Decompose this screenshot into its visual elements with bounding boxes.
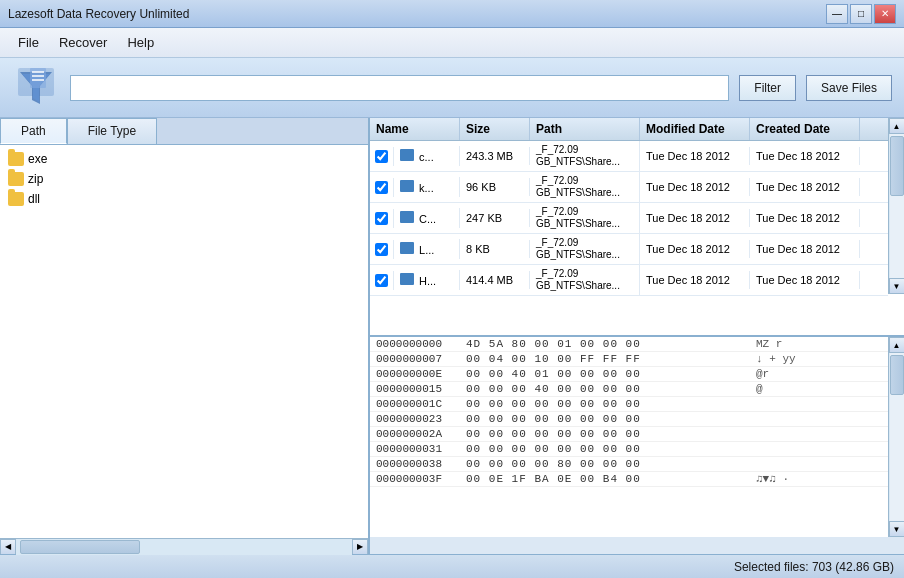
filter-button[interactable]: Filter: [739, 75, 796, 101]
maximize-button[interactable]: □: [850, 4, 872, 24]
hex-addr: 0000000023: [376, 413, 466, 425]
hex-bytes: 00 00 00 00 00 00 00 00: [466, 413, 746, 425]
svg-rect-3: [30, 68, 46, 88]
header-size: Size: [460, 118, 530, 140]
header-modified: Modified Date: [640, 118, 750, 140]
row-name: c...: [394, 146, 460, 166]
hex-addr: 000000002A: [376, 428, 466, 440]
vscroll-track[interactable]: [890, 134, 904, 278]
hex-bytes: 00 04 00 10 00 FF FF FF: [466, 353, 746, 365]
hex-row: 000000001C 00 00 00 00 00 00 00 00: [370, 397, 888, 412]
minimize-button[interactable]: —: [826, 4, 848, 24]
window-controls: — □ ✕: [826, 4, 896, 24]
hex-ascii: MZ r: [756, 338, 782, 350]
file-icon: [400, 180, 414, 192]
table-vscroll[interactable]: ▲ ▼: [888, 118, 904, 294]
hex-addr: 000000000E: [376, 368, 466, 380]
table-row[interactable]: k... 96 KB _F_72.09GB_NTFS\Share... Tue …: [370, 172, 888, 203]
menu-bar: File Recover Help: [0, 28, 904, 58]
app-icon: [12, 64, 60, 112]
row-name: C...: [394, 208, 460, 228]
table-row[interactable]: c... 243.3 MB _F_72.09GB_NTFS\Share... T…: [370, 141, 888, 172]
table-row[interactable]: H... 414.4 MB _F_72.09GB_NTFS\Share... T…: [370, 265, 888, 296]
tab-file-type[interactable]: File Type: [67, 118, 157, 144]
hex-bytes: 00 00 00 00 00 00 00 00: [466, 428, 746, 440]
row-created: Tue Dec 18 2012: [750, 240, 860, 258]
menu-recover[interactable]: Recover: [49, 31, 117, 54]
row-checkbox[interactable]: [370, 178, 394, 197]
tree-item-zip[interactable]: zip: [0, 169, 368, 189]
file-tree[interactable]: exe zip dll: [0, 145, 368, 538]
table-row[interactable]: C... 247 KB _F_72.09GB_NTFS\Share... Tue…: [370, 203, 888, 234]
hex-addr: 0000000031: [376, 443, 466, 455]
status-bar: Selected files: 703 (42.86 GB): [0, 554, 904, 578]
hex-row: 000000002A 00 00 00 00 00 00 00 00: [370, 427, 888, 442]
scroll-right-button[interactable]: ▶: [352, 539, 368, 555]
tree-item-dll[interactable]: dll: [0, 189, 368, 209]
window-title: Lazesoft Data Recovery Unlimited: [8, 7, 826, 21]
left-panel-scrollbar: ◀ ▶: [0, 538, 368, 554]
header-created: Created Date: [750, 118, 860, 140]
vscroll-down-button[interactable]: ▼: [889, 278, 905, 294]
h-scroll-track[interactable]: [16, 539, 352, 555]
right-panel: Name Size Path Modified Date Created Dat…: [370, 118, 904, 554]
close-button[interactable]: ✕: [874, 4, 896, 24]
hex-area: 0000000000 4D 5A 80 00 01 00 00 00 MZ r …: [370, 337, 888, 537]
hex-row: 0000000031 00 00 00 00 00 00 00 00: [370, 442, 888, 457]
row-path: _F_72.09GB_NTFS\Share...: [530, 234, 640, 264]
tab-path[interactable]: Path: [0, 118, 67, 144]
row-checkbox[interactable]: [370, 271, 394, 290]
hex-vscroll-track[interactable]: [890, 353, 904, 521]
menu-help[interactable]: Help: [117, 31, 164, 54]
hex-bytes: 00 00 00 40 00 00 00 00: [466, 383, 746, 395]
save-files-button[interactable]: Save Files: [806, 75, 892, 101]
vscroll-up-button[interactable]: ▲: [889, 118, 905, 134]
folder-icon: [8, 152, 24, 166]
row-checkbox[interactable]: [370, 209, 394, 228]
file-icon: [400, 211, 414, 223]
row-name: L...: [394, 239, 460, 259]
hex-bytes: 00 00 00 00 00 00 00 00: [466, 443, 746, 455]
row-size: 243.3 MB: [460, 147, 530, 165]
hex-row: 0000000038 00 00 00 00 80 00 00 00: [370, 457, 888, 472]
row-name: k...: [394, 177, 460, 197]
filter-input[interactable]: [70, 75, 729, 101]
tree-label: zip: [28, 172, 43, 186]
hex-bytes: 00 00 00 00 00 00 00 00: [466, 398, 746, 410]
tree-label: dll: [28, 192, 40, 206]
row-modified: Tue Dec 18 2012: [640, 178, 750, 196]
row-modified: Tue Dec 18 2012: [640, 147, 750, 165]
folder-icon: [8, 172, 24, 186]
hex-addr: 0000000000: [376, 338, 466, 350]
hex-addr: 0000000038: [376, 458, 466, 470]
header-name: Name: [370, 118, 460, 140]
hex-vscroll[interactable]: ▲ ▼: [888, 337, 904, 537]
file-icon: [400, 242, 414, 254]
hex-vscroll-down-button[interactable]: ▼: [889, 521, 905, 537]
file-icon: [400, 273, 414, 285]
menu-file[interactable]: File: [8, 31, 49, 54]
table-row[interactable]: L... 8 KB _F_72.09GB_NTFS\Share... Tue D…: [370, 234, 888, 265]
hex-row: 0000000000 4D 5A 80 00 01 00 00 00 MZ r: [370, 337, 888, 352]
hex-ascii: @: [756, 383, 763, 395]
hex-ascii: ↓ + yy: [756, 353, 796, 365]
row-name: H...: [394, 270, 460, 290]
hex-bytes: 4D 5A 80 00 01 00 00 00: [466, 338, 746, 350]
tree-label: exe: [28, 152, 47, 166]
hex-vscroll-up-button[interactable]: ▲: [889, 337, 905, 353]
hex-addr: 0000000015: [376, 383, 466, 395]
hex-row: 000000000E 00 00 40 01 00 00 00 00 @r: [370, 367, 888, 382]
vscroll-thumb[interactable]: [890, 136, 904, 196]
row-checkbox[interactable]: [370, 240, 394, 259]
hex-ascii: @r: [756, 368, 769, 380]
h-scroll-thumb[interactable]: [20, 540, 140, 554]
hex-row: 0000000023 00 00 00 00 00 00 00 00: [370, 412, 888, 427]
hex-vscroll-thumb[interactable]: [890, 355, 904, 395]
table-body: c... 243.3 MB _F_72.09GB_NTFS\Share... T…: [370, 141, 888, 332]
row-checkbox[interactable]: [370, 147, 394, 166]
title-bar: Lazesoft Data Recovery Unlimited — □ ✕: [0, 0, 904, 28]
row-created: Tue Dec 18 2012: [750, 178, 860, 196]
hex-row: 000000003F 00 0E 1F BA 0E 00 B4 00 ♫▼♫ ·: [370, 472, 888, 487]
scroll-left-button[interactable]: ◀: [0, 539, 16, 555]
tree-item-exe[interactable]: exe: [0, 149, 368, 169]
